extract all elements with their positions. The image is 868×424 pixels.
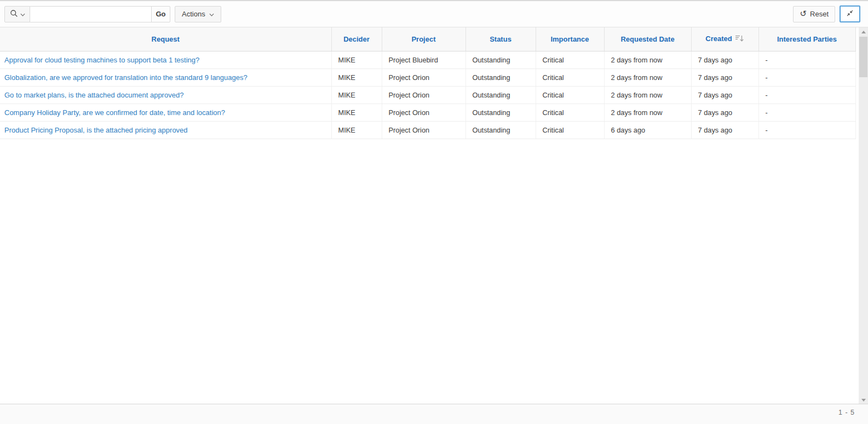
created-cell: 7 days ago	[691, 68, 758, 86]
interactive-report-region: Go Actions ↺ Reset	[0, 0, 868, 424]
search-toolbar: Go Actions ↺ Reset	[0, 1, 868, 27]
project-cell: Project Orion	[382, 68, 465, 86]
interested-parties-cell: -	[758, 104, 855, 121]
created-cell: 7 days ago	[691, 86, 758, 104]
go-button[interactable]: Go	[151, 6, 170, 22]
interested-parties-cell: -	[758, 51, 855, 68]
interested-parties-cell: -	[758, 86, 855, 104]
chevron-down-icon	[209, 10, 214, 18]
requested-date-cell: 2 days from now	[604, 51, 691, 68]
scroll-down-arrow-icon[interactable]	[859, 396, 868, 404]
requested-date-cell: 2 days from now	[604, 68, 691, 86]
decider-cell: MIKE	[331, 86, 382, 104]
created-cell: 7 days ago	[691, 121, 758, 139]
sort-descending-icon	[735, 36, 744, 44]
importance-cell: Critical	[536, 104, 604, 121]
request-link[interactable]: Product Pricing Proposal, is the attache…	[4, 126, 188, 134]
table-row: Globalization, are we approved for trans…	[0, 68, 855, 86]
column-header-created[interactable]: Created	[691, 27, 758, 51]
report-grid: Request Decider Project Status Importanc…	[0, 27, 855, 139]
vertical-scrollbar[interactable]	[859, 27, 868, 405]
column-header-project[interactable]: Project	[382, 27, 465, 51]
column-header-request[interactable]: Request	[0, 27, 331, 51]
decider-cell: MIKE	[331, 68, 382, 86]
column-header-status[interactable]: Status	[465, 27, 536, 51]
scrollbar-thumb[interactable]	[859, 37, 867, 77]
reset-icon: ↺	[800, 10, 807, 18]
pagination-range: 1 - 5	[838, 409, 855, 416]
created-cell: 7 days ago	[691, 51, 758, 68]
scroll-up-arrow-icon[interactable]	[859, 28, 868, 36]
report-footer: 1 - 5	[0, 404, 868, 424]
requested-date-cell: 6 days ago	[604, 121, 691, 139]
actions-menu-button[interactable]: Actions	[175, 6, 221, 22]
status-cell: Outstanding	[465, 121, 536, 139]
importance-cell: Critical	[536, 121, 604, 139]
importance-cell: Critical	[536, 51, 604, 68]
request-link[interactable]: Approval for cloud testing machines to s…	[4, 56, 199, 64]
reset-button-label: Reset	[810, 10, 829, 18]
search-icon	[10, 9, 18, 19]
column-header-interested-parties[interactable]: Interested Parties	[758, 27, 855, 51]
column-header-importance[interactable]: Importance	[536, 27, 604, 51]
requested-date-cell: 2 days from now	[604, 104, 691, 121]
importance-cell: Critical	[536, 68, 604, 86]
project-cell: Project Bluebird	[382, 51, 465, 68]
column-header-decider[interactable]: Decider	[331, 27, 382, 51]
search-column-selector-button[interactable]	[4, 6, 30, 22]
header-row: Request Decider Project Status Importanc…	[0, 27, 855, 51]
decider-cell: MIKE	[331, 121, 382, 139]
status-cell: Outstanding	[465, 86, 536, 104]
interested-parties-cell: -	[758, 68, 855, 86]
reset-button[interactable]: ↺ Reset	[793, 6, 835, 22]
interactive-report-table: Request Decider Project Status Importanc…	[0, 27, 856, 139]
table-row: Approval for cloud testing machines to s…	[0, 51, 855, 68]
actions-button-label: Actions	[182, 10, 205, 18]
search-bar: Go	[4, 6, 170, 22]
requested-date-cell: 2 days from now	[604, 86, 691, 104]
chevron-down-icon	[20, 10, 25, 18]
request-link[interactable]: Globalization, are we approved for trans…	[4, 73, 248, 82]
decider-cell: MIKE	[331, 104, 382, 121]
project-cell: Project Orion	[382, 104, 465, 121]
project-cell: Project Orion	[382, 86, 465, 104]
project-cell: Project Orion	[382, 121, 465, 139]
column-header-requested-date[interactable]: Requested Date	[604, 27, 691, 51]
table-row: Product Pricing Proposal, is the attache…	[0, 121, 855, 139]
interested-parties-cell: -	[758, 121, 855, 139]
table-row: Go to market plans, is the attached docu…	[0, 86, 855, 104]
request-link[interactable]: Company Holiday Party, are we confirmed …	[4, 108, 225, 117]
status-cell: Outstanding	[465, 68, 536, 86]
table-row: Company Holiday Party, are we confirmed …	[0, 104, 855, 121]
restore-region-button[interactable]	[840, 5, 860, 22]
created-cell: 7 days ago	[691, 104, 758, 121]
request-link[interactable]: Go to market plans, is the attached docu…	[4, 91, 183, 99]
decider-cell: MIKE	[331, 51, 382, 68]
search-input[interactable]	[30, 6, 152, 22]
status-cell: Outstanding	[465, 104, 536, 121]
status-cell: Outstanding	[465, 51, 536, 68]
importance-cell: Critical	[536, 86, 604, 104]
arrows-inward-restore-icon	[846, 9, 854, 19]
